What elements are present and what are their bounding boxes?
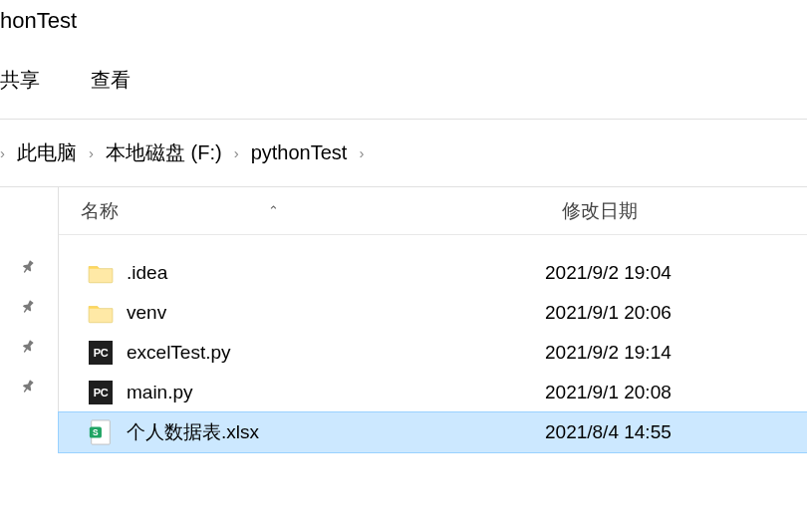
file-name: venv [127,302,545,324]
file-name: .idea [127,262,545,284]
column-header-modified[interactable]: 修改日期 [562,198,807,224]
file-modified: 2021/9/1 20:08 [545,382,807,403]
pin-icon[interactable] [0,247,58,287]
breadcrumb[interactable]: › 此电脑 › 本地磁盘 (F:) › pythonTest › [0,120,807,186]
file-row[interactable]: PCexcelTest.py2021/9/2 19:14 [59,333,807,373]
file-list: .idea2021/9/2 19:04venv2021/9/1 20:06PCe… [59,235,807,452]
chevron-right-icon[interactable]: › [0,144,5,161]
breadcrumb-item[interactable]: 此电脑 [17,139,77,166]
tab-view[interactable]: 查看 [91,69,131,91]
file-row[interactable]: venv2021/9/1 20:06 [59,293,807,333]
file-modified: 2021/9/2 19:14 [545,342,807,364]
sort-caret-icon: ⌃ [268,203,279,218]
file-row[interactable]: PCmain.py2021/9/1 20:08 [59,373,807,412]
window-title: honTest [0,0,807,42]
pycharm-file-icon: PC [89,341,113,365]
chevron-right-icon[interactable]: › [234,144,239,161]
file-modified: 2021/8/4 14:55 [545,421,807,443]
file-list-panel: 名称 ⌃ 修改日期 .idea2021/9/2 19:04venv2021/9/… [58,187,807,452]
chevron-right-icon[interactable]: › [359,144,364,161]
breadcrumb-item[interactable]: 本地磁盘 (F:) [106,139,222,166]
pin-icon[interactable] [0,367,58,406]
tab-share[interactable]: 共享 [0,69,40,91]
svg-text:S: S [93,427,99,437]
breadcrumb-item[interactable]: pythonTest [251,141,348,164]
file-name: main.py [127,382,545,403]
folder-icon [88,262,114,284]
file-row[interactable]: .idea2021/9/2 19:04 [59,253,807,293]
file-name: excelTest.py [127,342,545,364]
quick-access-pins [0,187,58,452]
folder-icon [88,302,114,324]
file-modified: 2021/9/1 20:06 [545,302,807,324]
content-area: 名称 ⌃ 修改日期 .idea2021/9/2 19:04venv2021/9/… [0,186,807,452]
pycharm-file-icon: PC [89,381,113,404]
pin-icon[interactable] [0,327,58,367]
file-modified: 2021/9/2 19:04 [545,262,807,284]
chevron-right-icon[interactable]: › [89,144,94,161]
column-headers: 名称 ⌃ 修改日期 [59,187,807,235]
file-row[interactable]: S个人数据表.xlsx2021/8/4 14:55 [59,412,807,452]
pin-icon[interactable] [0,287,58,327]
file-name: 个人数据表.xlsx [127,419,545,445]
ribbon-tabs: 共享 查看 [0,42,807,109]
column-header-name[interactable]: 名称 ⌃ [59,198,562,224]
xlsx-file-icon: S [89,419,113,445]
